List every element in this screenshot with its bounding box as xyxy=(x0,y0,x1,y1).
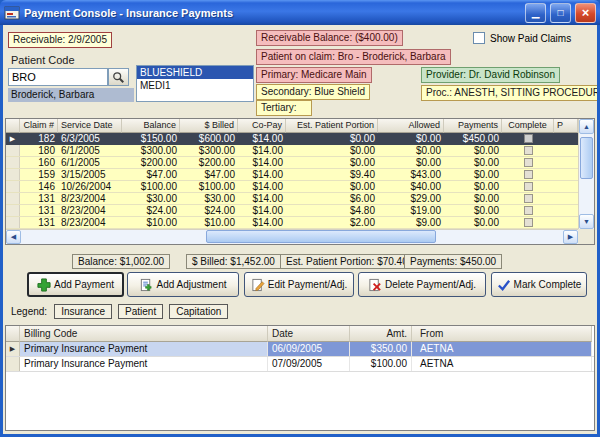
patient-search-button[interactable] xyxy=(108,68,129,86)
scroll-up-button[interactable]: ▲ xyxy=(579,119,594,134)
show-paid-claims-checkbox[interactable] xyxy=(473,32,485,44)
claims-row[interactable]: 146 10/26/2004 $100.00 $100.00 $14.00 $0… xyxy=(6,181,578,193)
scroll-left-button[interactable]: ◀ xyxy=(6,230,21,244)
cell-billed: $24.00 xyxy=(180,205,238,216)
cell-amount: $350.00 xyxy=(350,342,412,356)
cell-est-patient-portion: $0.00 xyxy=(286,157,378,168)
col-copay[interactable]: Co-Pay xyxy=(238,119,286,133)
cell-balance: $30.00 xyxy=(122,193,180,204)
title-bar[interactable]: Payment Console - Insurance Payments ▁ □… xyxy=(0,0,600,25)
claims-row[interactable]: 182 6/3/2005 $150.00 $600.00 $14.00 $0.0… xyxy=(6,133,578,145)
col-est-patient-portion[interactable]: Est. Patient Portion xyxy=(286,119,378,133)
cell-claim: 159 xyxy=(20,169,58,180)
complete-checkbox[interactable] xyxy=(524,182,533,191)
cell-partial xyxy=(554,193,578,204)
claims-row[interactable]: 180 6/1/2005 $300.00 $300.00 $14.00 $0.0… xyxy=(6,145,578,157)
cell-balance: $100.00 xyxy=(122,181,180,192)
cell-est-patient-portion: $2.00 xyxy=(286,217,378,228)
patient-code-input[interactable] xyxy=(8,68,108,86)
cell-from: AETNA xyxy=(412,357,592,371)
edit-icon xyxy=(251,278,265,292)
cell-copay: $14.00 xyxy=(238,157,286,168)
col-amount[interactable]: Amt. xyxy=(350,326,412,342)
primary-insurance-label: Primary: Medicare Main xyxy=(256,67,372,83)
horizontal-scroll-thumb[interactable] xyxy=(206,230,436,243)
cell-claim: 131 xyxy=(20,193,58,204)
add-adjustment-button[interactable]: Add Adjustment xyxy=(127,272,239,297)
app-icon[interactable] xyxy=(4,5,20,21)
col-date[interactable]: Date xyxy=(268,326,350,342)
vertical-scroll-track[interactable] xyxy=(579,134,594,214)
insurance-option[interactable]: MEDI1 xyxy=(137,79,253,92)
cell-amount: $100.00 xyxy=(350,357,412,371)
claims-row[interactable]: 159 3/15/2005 $47.00 $47.00 $14.00 $9.40… xyxy=(6,169,578,181)
cell-service-date: 8/23/2004 xyxy=(58,205,122,216)
minimize-button[interactable]: ▁ xyxy=(525,3,546,23)
payments-rows: Primary Insurance Payment 06/09/2005 $35… xyxy=(6,342,594,372)
row-selector xyxy=(6,357,20,371)
col-allowed[interactable]: Allowed xyxy=(378,119,444,133)
cell-service-date: 6/3/2005 xyxy=(58,133,122,144)
show-paid-claims[interactable]: Show Paid Claims xyxy=(473,32,571,44)
vertical-scroll-thumb[interactable] xyxy=(580,137,593,179)
total-payments: Payments: $450.00 xyxy=(404,254,502,269)
mark-complete-button[interactable]: Mark Complete xyxy=(491,272,587,297)
claims-row[interactable]: 131 8/23/2004 $30.00 $30.00 $14.00 $6.00… xyxy=(6,193,578,205)
cell-balance: $200.00 xyxy=(122,157,180,168)
add-payment-label: Add Payment xyxy=(54,279,114,290)
col-from[interactable]: From xyxy=(412,326,592,342)
cell-est-patient-portion: $0.00 xyxy=(286,181,378,192)
complete-checkbox[interactable] xyxy=(524,134,533,143)
cell-date: 06/09/2005 xyxy=(268,342,350,356)
procedure-label: Proc.: ANESTH, SITTING PROCEDURE xyxy=(421,85,597,101)
col-balance[interactable]: Balance xyxy=(122,119,180,133)
cell-billed: $47.00 xyxy=(180,169,238,180)
close-button[interactable]: × xyxy=(575,3,596,23)
cell-copay: $14.00 xyxy=(238,181,286,192)
complete-checkbox[interactable] xyxy=(524,218,533,227)
complete-checkbox[interactable] xyxy=(524,206,533,215)
cell-copay: $14.00 xyxy=(238,193,286,204)
col-partial[interactable]: P xyxy=(554,119,578,133)
claims-vertical-scrollbar[interactable]: ▲ ▼ xyxy=(578,119,594,229)
complete-checkbox[interactable] xyxy=(524,194,533,203)
insurance-option[interactable]: BLUESHIELD xyxy=(137,66,253,79)
claims-horizontal-scrollbar[interactable]: ◀ ▶ xyxy=(6,229,578,244)
edit-payment-button[interactable]: Edit Payment/Adj. xyxy=(244,272,354,297)
col-complete[interactable]: Complete xyxy=(502,119,554,133)
insurance-listbox[interactable]: BLUESHIELD MEDI1 xyxy=(136,65,254,102)
claims-grid: Claim # Service Date Balance $ Billed Co… xyxy=(5,118,595,245)
secondary-insurance-label: Secondary: Blue Shield xyxy=(256,84,370,100)
col-billing-code[interactable]: Billing Code xyxy=(20,326,268,342)
col-claim[interactable]: Claim # xyxy=(20,119,58,133)
cell-billed: $600.00 xyxy=(180,133,238,144)
maximize-button[interactable]: □ xyxy=(550,3,571,23)
col-service-date[interactable]: Service Date xyxy=(58,119,122,133)
row-selector xyxy=(6,181,20,192)
complete-checkbox[interactable] xyxy=(524,146,533,155)
add-payment-button[interactable]: Add Payment xyxy=(27,272,124,297)
complete-checkbox[interactable] xyxy=(524,170,533,179)
claims-row[interactable]: 160 6/1/2005 $200.00 $200.00 $14.00 $0.0… xyxy=(6,157,578,169)
payment-row[interactable]: Primary Insurance Payment 07/09/2005 $10… xyxy=(6,357,594,372)
payment-row[interactable]: Primary Insurance Payment 06/09/2005 $35… xyxy=(6,342,594,357)
scroll-down-button[interactable]: ▼ xyxy=(579,214,594,229)
window-content: Receivable: 2/9/2005 Receivable Balance:… xyxy=(3,25,597,434)
row-selector xyxy=(6,217,20,228)
claims-header-selector-cell xyxy=(6,119,20,133)
delete-payment-button[interactable]: Delete Payment/Adj. xyxy=(358,272,486,297)
complete-checkbox[interactable] xyxy=(524,158,533,167)
cell-copay: $14.00 xyxy=(238,133,286,144)
cell-claim: 182 xyxy=(20,133,58,144)
patient-name-result: Broderick, Barbara xyxy=(8,88,134,102)
add-adjustment-label: Add Adjustment xyxy=(156,279,226,290)
horizontal-scroll-track[interactable] xyxy=(21,230,563,244)
col-payments[interactable]: Payments xyxy=(444,119,502,133)
legend-chip: Insurance xyxy=(54,304,112,319)
claims-row[interactable]: 131 8/23/2004 $24.00 $24.00 $14.00 $4.80… xyxy=(6,205,578,217)
scroll-right-button[interactable]: ▶ xyxy=(563,230,578,244)
cell-balance: $150.00 xyxy=(122,133,180,144)
col-billed[interactable]: $ Billed xyxy=(180,119,238,133)
cell-service-date: 6/1/2005 xyxy=(58,157,122,168)
claims-row[interactable]: 131 8/23/2004 $10.00 $10.00 $14.00 $2.00… xyxy=(6,217,578,229)
